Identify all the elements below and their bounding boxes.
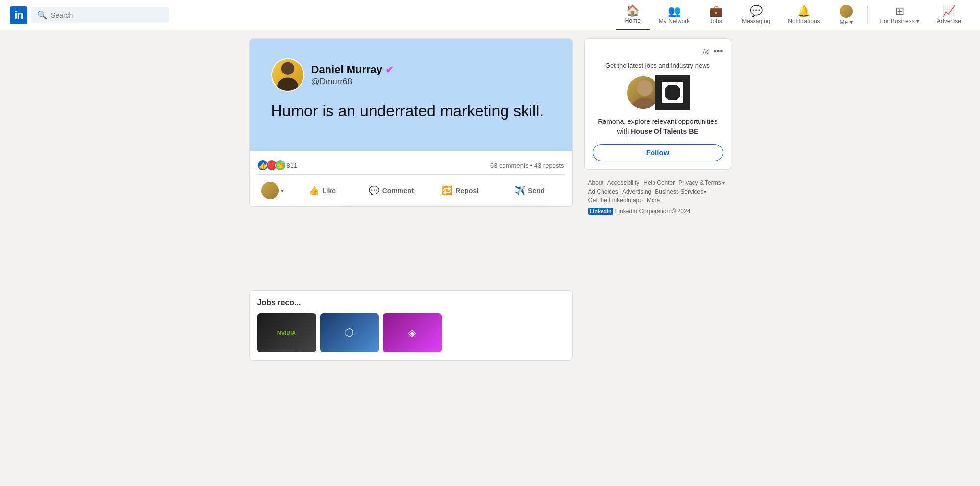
nav-for-business-label: For Business ▾ xyxy=(880,18,919,24)
home-icon: 🏠 xyxy=(626,5,639,16)
react-dropdown-arrow: ▾ xyxy=(281,187,284,194)
footer-link-accessibility[interactable]: Accessibility xyxy=(607,179,639,186)
job-thumb-3[interactable]: ◈ xyxy=(383,313,442,352)
footer-links: About Accessibility Help Center Privacy … xyxy=(584,173,731,204)
tweet-header: Daniel Murray ✔ @Dmurr68 xyxy=(271,58,551,92)
send-button[interactable]: ✈️ Send xyxy=(495,180,564,201)
repost-icon: 🔁 xyxy=(442,185,452,196)
ad-label: Ad xyxy=(703,49,710,55)
svg-point-0 xyxy=(281,62,294,75)
ad-more-icon[interactable]: ••• xyxy=(714,47,723,57)
li-logo-small: Linkedin xyxy=(588,208,613,215)
comment-button[interactable]: 💬 Comment xyxy=(357,180,426,201)
center-column: Daniel Murray ✔ @Dmurr68 Humor is an und… xyxy=(249,38,573,361)
main-nav: 🏠 Home 👥 My Network 💼 Jobs 💬 Messaging 🔔… xyxy=(616,0,970,30)
nav-advertise-label: Advertise xyxy=(937,18,961,24)
notifications-icon: 🔔 xyxy=(797,6,810,17)
search-bar[interactable]: 🔍 xyxy=(31,7,169,23)
nav-messaging[interactable]: 💬 Messaging xyxy=(733,0,779,30)
header: in 🔍 🏠 Home 👥 My Network 💼 Jobs 💬 Messag… xyxy=(0,0,980,30)
ad-card: Ad ••• Get the latest jobs and industry … xyxy=(584,38,731,170)
search-icon: 🔍 xyxy=(37,10,47,20)
post-footer: 👍 ❤️ 👏 811 63 comments • 43 reposts xyxy=(250,151,572,206)
nav-advertise[interactable]: 📈 Advertise xyxy=(928,0,970,30)
linkedin-logo[interactable]: in xyxy=(10,6,27,24)
footer-link-get-app[interactable]: Get the LinkedIn app xyxy=(588,197,643,204)
my-network-icon: 👥 xyxy=(668,6,681,17)
privacy-terms-arrow: ▾ xyxy=(722,180,725,186)
reaction-icons: 👍 ❤️ 👏 xyxy=(257,160,284,170)
avatar xyxy=(840,5,853,18)
footer-copyright: Linkedin LinkedIn Corporation © 2024 xyxy=(584,204,731,215)
follow-button[interactable]: Follow xyxy=(593,144,723,161)
svg-point-2 xyxy=(637,80,653,96)
job-thumb-1[interactable]: NVIDIA xyxy=(257,313,316,352)
nav-notifications-label: Notifications xyxy=(788,18,820,24)
footer-link-advertising[interactable]: Advertising xyxy=(622,188,651,195)
actions-wrapper: ▾ 👍 Like 💬 Comment 🔁 Repost xyxy=(257,175,564,206)
nav-for-business[interactable]: ⊞ For Business ▾ xyxy=(872,0,928,30)
tweet-embed: Daniel Murray ✔ @Dmurr68 Humor is an und… xyxy=(250,39,572,151)
clap-reaction-icon: 👏 xyxy=(275,160,286,170)
svg-point-1 xyxy=(277,78,298,91)
post-card: Daniel Murray ✔ @Dmurr68 Humor is an und… xyxy=(249,38,573,207)
footer-link-ad-choices[interactable]: Ad Choices xyxy=(588,188,618,195)
nav-jobs-label: Jobs xyxy=(710,18,722,24)
tweet-author-name: Daniel Murray ✔ xyxy=(311,63,394,76)
ad-company-logo xyxy=(655,75,690,110)
avatar-silhouette xyxy=(272,59,303,91)
main-layout: Daniel Murray ✔ @Dmurr68 Humor is an und… xyxy=(196,0,784,361)
ad-headline: Get the latest jobs and industry news xyxy=(593,62,723,69)
nav-messaging-label: Messaging xyxy=(742,18,770,24)
nav-home-label: Home xyxy=(625,17,641,24)
nav-my-network[interactable]: 👥 My Network xyxy=(650,0,699,30)
for-business-icon: ⊞ xyxy=(895,6,904,17)
nav-home[interactable]: 🏠 Home xyxy=(616,0,650,30)
like-button[interactable]: 👍 Like xyxy=(288,180,357,201)
footer-link-about[interactable]: About xyxy=(588,179,603,186)
nav-me-label: Me ▾ xyxy=(840,19,853,25)
nav-me[interactable]: Me ▾ xyxy=(829,0,863,30)
nav-jobs[interactable]: 💼 Jobs xyxy=(699,0,733,30)
tweet-content: Humor is an underrated marketing skill. xyxy=(271,100,551,122)
nav-notifications[interactable]: 🔔 Notifications xyxy=(779,0,829,30)
footer-link-business-services[interactable]: Business Services ▾ xyxy=(655,188,706,195)
reactions-count: 811 xyxy=(287,162,298,169)
user-avatar-small xyxy=(261,182,279,199)
verified-badge: ✔ xyxy=(385,64,394,75)
post-stats: 63 comments • 43 reposts xyxy=(490,162,564,169)
jobs-title: Jobs reco... xyxy=(257,298,564,307)
footer-link-privacy-terms[interactable]: Privacy & Terms ▾ xyxy=(678,179,724,186)
nav-my-network-label: My Network xyxy=(659,18,690,24)
jobs-card: Jobs reco... NVIDIA ⬡ ◈ xyxy=(249,290,573,361)
tweet-user-info: Daniel Murray ✔ @Dmurr68 xyxy=(311,63,394,87)
tweet-author-avatar xyxy=(271,58,304,92)
job-thumb-2[interactable]: ⬡ xyxy=(320,313,379,352)
like-icon: 👍 xyxy=(308,185,319,196)
post-reactions: 👍 ❤️ 👏 811 63 comments • 43 reposts xyxy=(257,156,564,175)
footer-link-more[interactable]: More xyxy=(647,197,660,204)
avatar-react-button[interactable]: ▾ xyxy=(257,177,288,204)
post-actions: ▾ 👍 Like 💬 Comment 🔁 Repost xyxy=(257,175,564,206)
ad-body-text: Ramona, explore relevant opportunities w… xyxy=(593,117,723,136)
business-services-arrow: ▾ xyxy=(704,189,706,194)
svg-point-3 xyxy=(632,98,657,110)
right-column: Ad ••• Get the latest jobs and industry … xyxy=(584,38,731,361)
comment-icon: 💬 xyxy=(369,185,379,196)
footer-link-help-center[interactable]: Help Center xyxy=(643,179,675,186)
advertise-icon: 📈 xyxy=(942,6,955,17)
ad-header: Ad ••• xyxy=(593,47,723,57)
jobs-icon: 💼 xyxy=(709,6,723,17)
repost-button[interactable]: 🔁 Repost xyxy=(426,180,495,201)
jobs-grid: NVIDIA ⬡ ◈ xyxy=(257,313,564,352)
ad-images xyxy=(593,75,723,110)
tweet-author-handle: @Dmurr68 xyxy=(311,77,394,87)
search-input[interactable] xyxy=(51,11,163,19)
ad-company-name: House Of Talents BE xyxy=(631,127,698,135)
send-icon: ✈️ xyxy=(514,185,525,196)
messaging-icon: 💬 xyxy=(750,6,763,17)
